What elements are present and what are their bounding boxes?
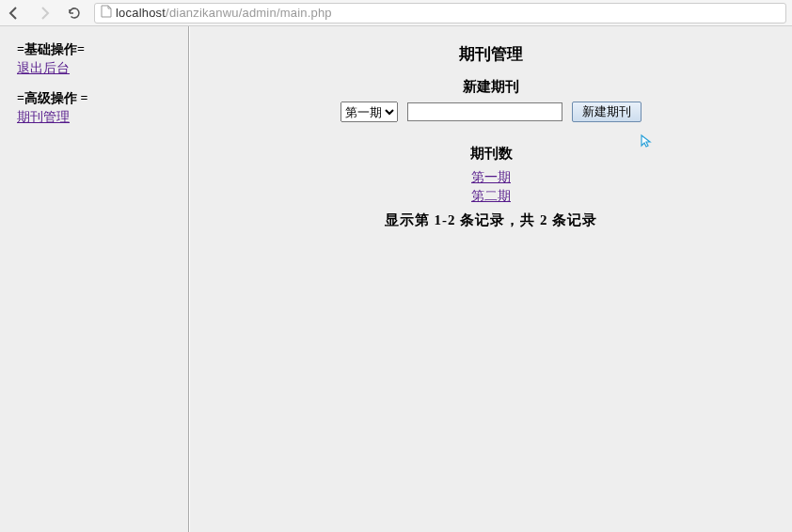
forward-icon[interactable] (36, 5, 53, 22)
create-issue-button[interactable]: 新建期刊 (572, 102, 642, 122)
file-icon (101, 5, 112, 21)
issue-select[interactable]: 第一期 (341, 102, 398, 122)
new-issue-title: 新建期刊 (209, 78, 773, 96)
url-bar[interactable]: localhost/dianzikanwu/admin/main.php (94, 3, 786, 23)
sidebar-link-logout[interactable]: 退出后台 (17, 61, 70, 75)
url-host: localhost (116, 6, 166, 20)
reload-icon[interactable] (66, 5, 83, 22)
issue-link[interactable]: 第一期 (471, 169, 511, 186)
url-path: /dianzikanwu/admin/main.php (166, 6, 332, 20)
issue-name-input[interactable] (407, 102, 562, 121)
issue-link[interactable]: 第二期 (471, 188, 511, 205)
browser-toolbar: localhost/dianzikanwu/admin/main.php (0, 0, 792, 26)
page-title: 期刊管理 (209, 43, 773, 65)
sidebar-section-basic-title: =基础操作= (17, 41, 171, 58)
sidebar-link-manage[interactable]: 期刊管理 (17, 110, 70, 124)
new-issue-form: 第一期 新建期刊 (209, 102, 773, 122)
record-summary: 显示第 1-2 条记录，共 2 条记录 (209, 211, 773, 229)
sidebar: =基础操作= 退出后台 =高级操作 = 期刊管理 (0, 26, 188, 532)
main-content: 期刊管理 新建期刊 第一期 新建期刊 期刊数 第一期 第二期 显示第 1-2 条… (190, 26, 792, 532)
issue-count-title: 期刊数 (209, 145, 773, 163)
back-icon[interactable] (6, 5, 23, 22)
issue-list: 第一期 第二期 (209, 168, 773, 206)
sidebar-section-advanced-title: =高级操作 = (17, 90, 171, 107)
